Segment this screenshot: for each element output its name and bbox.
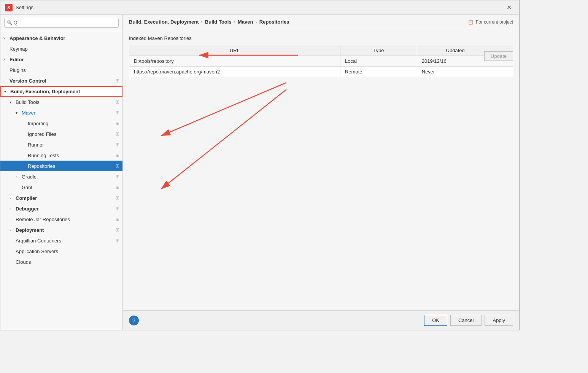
main-content: 🔍 Appearance & Behavior Keymap	[0, 15, 519, 330]
breadcrumb-sep-3: ›	[255, 19, 257, 25]
col-header-updated: Updated	[417, 45, 494, 56]
sidebar-item-deployment[interactable]: Deployment ⊞	[0, 225, 122, 235]
tree-arrow	[16, 111, 22, 115]
sidebar-item-version-control[interactable]: Version Control ⊞	[0, 75, 122, 86]
apply-button[interactable]: Apply	[485, 315, 513, 326]
update-button[interactable]: Update	[484, 51, 513, 61]
row-url: D:/tools/repository	[129, 56, 340, 67]
titlebar: S Settings ✕	[0, 0, 519, 15]
breadcrumb-part-3: Maven	[238, 19, 253, 25]
sidebar-item-label: Build, Execution, Deployment	[10, 89, 119, 94]
tree-arrow	[16, 175, 22, 179]
sidebar-item-label: Appearance & Behavior	[10, 35, 119, 41]
breadcrumb-part-4: Repositories	[259, 19, 289, 25]
breadcrumb-part-2: Build Tools	[205, 19, 232, 25]
search-box: 🔍	[0, 15, 122, 31]
right-panel: Build, Execution, Deployment › Build Too…	[123, 15, 519, 330]
sidebar-item-importing[interactable]: Importing ⊞	[0, 118, 122, 129]
breadcrumb-sep-2: ›	[234, 19, 235, 25]
sidebar-item-runner[interactable]: Runner ⊞	[0, 139, 122, 150]
sidebar-item-label: Arquillian Containers	[16, 238, 114, 244]
settings-icon: ⊞	[116, 99, 119, 105]
sidebar-item-label: Gant	[22, 185, 114, 190]
content-area: Indexed Maven Repositories URL Type Upda…	[123, 29, 519, 310]
search-icon: 🔍	[7, 20, 13, 26]
sidebar-item-arquillian[interactable]: Arquillian Containers ⊞	[0, 235, 122, 246]
row-updated: Never	[417, 67, 494, 77]
sidebar-item-running-tests[interactable]: Running Tests ⊞	[0, 150, 122, 161]
settings-icon: ⊞	[116, 195, 119, 201]
tree-container: Appearance & Behavior Keymap Editor Plug…	[0, 31, 122, 330]
row-type: Remote	[340, 67, 417, 77]
sidebar-item-label: Remote Jar Repositories	[16, 217, 114, 222]
settings-icon: ⊞	[116, 78, 119, 83]
sidebar-item-appearance[interactable]: Appearance & Behavior	[0, 33, 122, 43]
sidebar-item-gradle[interactable]: Gradle ⊞	[0, 171, 122, 182]
sidebar-item-app-servers[interactable]: Application Servers	[0, 246, 122, 257]
window-title: Settings	[16, 5, 33, 10]
search-input[interactable]	[4, 18, 119, 28]
footer-buttons: OK Cancel Apply	[424, 315, 513, 326]
breadcrumb-part-1: Build, Execution, Deployment	[129, 19, 199, 25]
settings-icon: ⊞	[116, 110, 119, 115]
row-url: https://repo.maven.apache.org/maven2	[129, 67, 340, 77]
close-button[interactable]: ✕	[504, 2, 515, 13]
tree-arrow	[4, 89, 10, 94]
table-row[interactable]: D:/tools/repository Local 2019/12/16	[129, 56, 513, 67]
settings-icon: ⊞	[116, 163, 119, 169]
project-icon: 📋	[468, 19, 474, 25]
sidebar-item-build-execution[interactable]: Build, Execution, Deployment	[0, 86, 122, 97]
sidebar-item-label: Clouds	[16, 259, 119, 265]
section-title: Indexed Maven Repositories	[129, 35, 513, 41]
app-icon: S	[5, 4, 13, 11]
sidebar-item-compiler[interactable]: Compiler ⊞	[0, 193, 122, 203]
settings-icon: ⊞	[116, 153, 119, 158]
sidebar-item-gant[interactable]: Gant ⊞	[0, 182, 122, 193]
sidebar-item-maven[interactable]: Maven ⊞	[0, 107, 122, 118]
sidebar-item-ignored-files[interactable]: Ignored Files ⊞	[0, 129, 122, 139]
sidebar-item-build-tools[interactable]: Build Tools ⊞	[0, 97, 122, 107]
sidebar-item-label: Repositories	[28, 163, 114, 169]
sidebar-item-label: Application Servers	[16, 249, 119, 254]
sidebar-item-label: Debugger	[16, 206, 114, 212]
settings-icon: ⊞	[116, 227, 119, 233]
sidebar-item-repositories[interactable]: Repositories ⊞	[0, 161, 122, 171]
settings-icon: ⊞	[116, 238, 119, 243]
sidebar-item-label: Deployment	[16, 227, 114, 233]
breadcrumb-project: 📋 For current project	[468, 19, 513, 25]
ok-button[interactable]: OK	[424, 315, 447, 326]
repositories-table: URL Type Updated D:/tools/repository Loc…	[129, 45, 513, 77]
sidebar-item-label: Build Tools	[16, 99, 114, 105]
sidebar-item-editor[interactable]: Editor	[0, 54, 122, 65]
sidebar-item-label: Gradle	[22, 174, 114, 180]
sidebar-item-label: Version Control	[10, 78, 114, 84]
help-button[interactable]: ?	[129, 316, 139, 325]
breadcrumb: Build, Execution, Deployment › Build Too…	[123, 15, 519, 29]
sidebar-item-label: Compiler	[16, 195, 114, 201]
tree-arrow	[10, 100, 16, 104]
col-header-url: URL	[129, 45, 340, 56]
settings-icon: ⊞	[116, 131, 119, 137]
breadcrumb-sep-1: ›	[201, 19, 202, 25]
settings-icon: ⊞	[116, 121, 119, 126]
sidebar-item-clouds[interactable]: Clouds	[0, 257, 122, 267]
sidebar-item-keymap[interactable]: Keymap	[0, 43, 122, 54]
settings-window: S Settings ✕ 🔍 Appearance & Behavior	[0, 0, 520, 330]
sidebar-item-remote-jar[interactable]: Remote Jar Repositories ⊞	[0, 214, 122, 225]
sidebar-item-label: Ignored Files	[28, 131, 114, 137]
sidebar-item-label: Keymap	[10, 46, 119, 52]
sidebar-item-plugins[interactable]: Plugins	[0, 65, 122, 75]
table-row[interactable]: https://repo.maven.apache.org/maven2 Rem…	[129, 67, 513, 77]
settings-icon: ⊞	[116, 142, 119, 147]
row-action	[494, 67, 513, 77]
sidebar-item-label: Running Tests	[28, 153, 114, 158]
tree-arrow	[3, 36, 10, 40]
project-label: For current project	[476, 19, 513, 25]
tree-arrow	[10, 228, 16, 232]
settings-icon: ⊞	[116, 185, 119, 190]
sidebar-item-debugger[interactable]: Debugger ⊞	[0, 203, 122, 214]
cancel-button[interactable]: Cancel	[450, 315, 482, 326]
tree-arrow	[10, 196, 16, 200]
svg-line-3	[161, 89, 286, 189]
sidebar: 🔍 Appearance & Behavior Keymap	[0, 15, 123, 330]
